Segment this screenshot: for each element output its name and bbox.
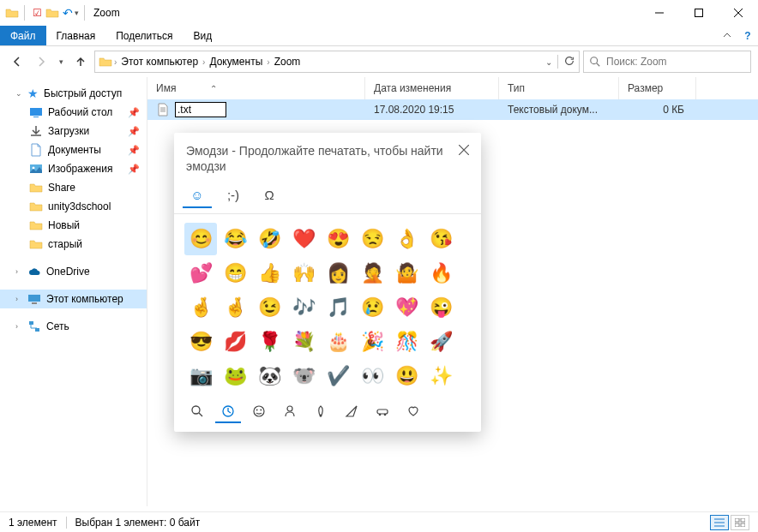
col-size[interactable]: Размер	[619, 77, 696, 99]
tree-quick-access[interactable]: ⌄ ★ Быстрый доступ	[0, 84, 147, 103]
emoji-cat-people[interactable]	[277, 401, 303, 423]
emoji-cell[interactable]: 😜	[424, 291, 457, 324]
chevron-right-icon[interactable]: ›	[202, 57, 205, 67]
emoji-cell[interactable]: 🎉	[356, 326, 388, 358]
emoji-cell[interactable]: 🐼	[253, 360, 286, 392]
emoji-cell[interactable]: 😍	[322, 223, 354, 255]
tree-item-documents[interactable]: Документы 📌	[0, 140, 147, 159]
breadcrumb-item[interactable]: Zoom	[272, 56, 304, 68]
tree-item-share[interactable]: Share	[0, 178, 147, 197]
emoji-cat-search[interactable]	[184, 401, 210, 423]
emoji-cat-recent[interactable]	[215, 401, 241, 423]
emoji-cell[interactable]: 😘	[424, 223, 457, 255]
emoji-tab-emoji[interactable]: ☺	[183, 182, 212, 208]
up-button[interactable]	[70, 51, 91, 72]
emoji-cell[interactable]: 😂	[219, 223, 251, 255]
emoji-cell[interactable]: 😊	[184, 223, 217, 255]
emoji-cell[interactable]: 🤣	[253, 223, 286, 255]
search-input[interactable]: Поиск: Zoom	[583, 51, 751, 73]
view-large-icons-button[interactable]	[731, 515, 749, 530]
tree-onedrive[interactable]: › OneDrive	[0, 262, 147, 281]
emoji-cell[interactable]: 🎂	[322, 326, 354, 358]
emoji-cell[interactable]: ✔️	[322, 360, 354, 392]
breadcrumb-item[interactable]: Документы	[207, 56, 265, 68]
tree-item-desktop[interactable]: Рабочий стол 📌	[0, 103, 147, 122]
qat-dropdown-icon[interactable]: ▾	[75, 9, 79, 17]
emoji-cat-food[interactable]	[339, 401, 364, 423]
emoji-cat-celebration[interactable]	[308, 401, 334, 423]
emoji-cell[interactable]: 🤞	[184, 291, 217, 324]
emoji-cell[interactable]: 🎵	[322, 291, 354, 324]
forward-button[interactable]	[31, 51, 51, 72]
tab-file[interactable]: Файл	[0, 26, 46, 45]
tab-share[interactable]: Поделиться	[105, 26, 183, 45]
col-date[interactable]: Дата изменения	[365, 77, 499, 99]
ribbon-collapse-icon[interactable]	[717, 26, 737, 45]
emoji-cell[interactable]: 🤞	[219, 291, 251, 324]
address-bar[interactable]: › Этот компьютер › Документы › Zoom ⌄	[94, 51, 580, 73]
emoji-cell[interactable]: 😃	[390, 360, 423, 392]
emoji-cell[interactable]: 🎊	[390, 326, 423, 358]
tree-item-new[interactable]: Новый	[0, 216, 147, 235]
back-button[interactable]	[7, 51, 27, 72]
emoji-close-button[interactable]	[455, 141, 472, 158]
undo-icon[interactable]: ↶	[63, 6, 73, 20]
tree-this-pc[interactable]: › Этот компьютер	[0, 290, 147, 308]
file-row[interactable]: 17.08.2020 19:15 Текстовый докум... 0 КБ	[147, 99, 758, 120]
emoji-cell[interactable]: 🎶	[287, 291, 320, 324]
tree-item-downloads[interactable]: Загрузки 📌	[0, 122, 147, 140]
emoji-cell[interactable]: 👌	[390, 223, 423, 255]
emoji-tab-kaomoji[interactable]: ;-)	[219, 182, 248, 208]
refresh-icon[interactable]	[563, 55, 575, 69]
expand-icon[interactable]: ›	[15, 322, 22, 331]
emoji-cell[interactable]: 🐸	[219, 360, 251, 392]
emoji-cell[interactable]: 💖	[390, 291, 423, 324]
new-folder-icon[interactable]	[45, 6, 59, 20]
emoji-tab-symbols[interactable]: Ω	[255, 182, 284, 208]
emoji-cell[interactable]: 📷	[184, 360, 217, 392]
chevron-right-icon[interactable]: ›	[267, 57, 269, 67]
emoji-cell[interactable]: 🙌	[287, 257, 320, 290]
emoji-cell[interactable]: 🚀	[424, 326, 457, 358]
expand-icon[interactable]: ›	[15, 267, 22, 276]
emoji-cell[interactable]: 💋	[219, 326, 251, 358]
expand-icon[interactable]: ⌄	[15, 89, 22, 98]
emoji-cell[interactable]: 👀	[356, 360, 388, 392]
emoji-cell[interactable]: 🐨	[287, 360, 320, 392]
emoji-cell[interactable]: ❤️	[287, 223, 320, 255]
maximize-button[interactable]	[679, 0, 719, 26]
emoji-cell[interactable]: 💐	[287, 326, 320, 358]
recent-dropdown-icon[interactable]: ▾	[55, 51, 67, 72]
emoji-cell[interactable]: 😎	[184, 326, 217, 358]
col-name[interactable]: Имя⌃	[147, 77, 365, 99]
emoji-cat-transport[interactable]	[370, 401, 395, 423]
expand-icon[interactable]: ›	[15, 295, 22, 303]
view-details-button[interactable]	[710, 515, 729, 530]
close-button[interactable]	[719, 0, 758, 26]
chevron-right-icon[interactable]: ›	[114, 57, 117, 67]
emoji-cell[interactable]: 🤷	[390, 257, 423, 290]
emoji-cell[interactable]: 🌹	[253, 326, 286, 358]
tab-view[interactable]: Вид	[183, 26, 222, 45]
emoji-cell[interactable]: 😉	[253, 291, 286, 324]
tree-item-old[interactable]: старый	[0, 235, 147, 254]
emoji-cell[interactable]: 😁	[219, 257, 251, 290]
breadcrumb-item[interactable]: Этот компьютер	[118, 56, 201, 68]
col-type[interactable]: Тип	[499, 77, 619, 99]
emoji-cell[interactable]: 🤦	[356, 257, 388, 290]
address-dropdown-icon[interactable]: ⌄	[545, 57, 552, 67]
tree-item-unity3dschool[interactable]: unity3dschool	[0, 197, 147, 216]
tree-item-pictures[interactable]: Изображения 📌	[0, 159, 147, 178]
emoji-cell[interactable]: 😒	[356, 223, 388, 255]
emoji-cat-hearts[interactable]	[400, 401, 426, 423]
emoji-cell[interactable]: 🔥	[424, 257, 457, 290]
emoji-cell[interactable]: ✨	[424, 360, 457, 392]
properties-icon[interactable]: ☑	[30, 6, 44, 20]
minimize-button[interactable]	[640, 0, 679, 26]
emoji-cell[interactable]: 😢	[356, 291, 388, 324]
help-icon[interactable]: ?	[737, 26, 758, 45]
tab-home[interactable]: Главная	[46, 26, 106, 45]
emoji-cell[interactable]: 👍	[253, 257, 286, 290]
emoji-cell[interactable]: 💕	[184, 257, 217, 290]
tree-network[interactable]: › Сеть	[0, 317, 147, 336]
